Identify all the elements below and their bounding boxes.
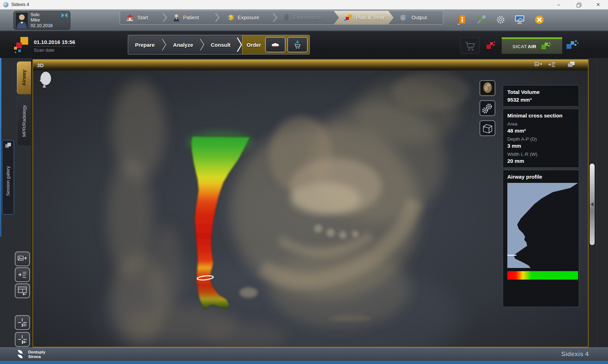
airway-color-scale: [507, 271, 578, 280]
viewport-3d[interactable]: Total Volume 9532 mm³ Minimal cross sect…: [33, 70, 588, 347]
order-cart-button[interactable]: [287, 37, 308, 52]
phase-navigation: Start Patient Exposure Examination: [120, 11, 443, 25]
export-view-button[interactable]: [534, 62, 542, 69]
footer-brand-line2: Sirona: [28, 355, 45, 359]
output-globe-icon: [399, 14, 408, 21]
workflow-step-consult[interactable]: Consult: [205, 35, 237, 54]
exit-icon: [534, 14, 545, 25]
view-preset-button[interactable]: [479, 80, 495, 96]
layout-grid-icon: [18, 287, 27, 295]
tab-mpr-radiology[interactable]: MPR/Radiology: [17, 96, 31, 146]
layout-reset-button[interactable]: [15, 283, 30, 298]
crosshair-toggle-button[interactable]: [15, 315, 30, 330]
airway-profile-chart[interactable]: [507, 183, 578, 268]
support-monitor-icon: [515, 15, 525, 25]
phase-label: Exposure: [238, 15, 259, 20]
exposure-sphere-icon: [225, 14, 234, 21]
phase-tab-exposure[interactable]: Exposure: [220, 11, 272, 24]
reset-view-button[interactable]: [15, 332, 30, 347]
sidexis-application-window: Sidexis 4 − × Solo Mike 02.10.2016 Start: [0, 0, 608, 364]
copy-to-report-button[interactable]: [15, 267, 30, 282]
top-navigation-bar: Solo Mike 02.10.2016 Start Patient Ex: [0, 9, 608, 31]
phase-tab-start[interactable]: Start: [120, 11, 162, 24]
airway-profile-card: Airway profile: [503, 170, 579, 307]
minimize-button[interactable]: −: [549, 0, 569, 9]
viewport-settings-button[interactable]: [479, 100, 495, 116]
sicat-air-app-button[interactable]: SICAT AIR: [502, 37, 562, 54]
footer-app-name: Sidexis 4: [561, 351, 589, 358]
metric-label-width: Width L-R (W): [507, 152, 575, 157]
plan-treat-squares-icon: [344, 14, 353, 22]
chevron-separator: [215, 11, 220, 24]
phase-label: Plan & Treat: [356, 15, 384, 20]
export-image-icon: [18, 255, 27, 263]
scan-date-label: Scan date: [34, 47, 75, 53]
chevron-separator: [162, 11, 167, 24]
tab-airway[interactable]: Airway: [17, 62, 31, 94]
phase-tab-examination[interactable]: Examination: [277, 11, 334, 24]
denture-icon: [270, 40, 281, 49]
tools-button[interactable]: [475, 14, 487, 26]
footer-brand-line1: Dentsply: [28, 350, 45, 355]
sicat-air-brand-prefix: SICAT: [513, 44, 527, 49]
footer-bar: Dentsply Sirona Sidexis 4: [0, 347, 608, 361]
session-gallery-label: Session gallery: [2, 151, 14, 211]
workflow-step-order[interactable]: Order: [242, 35, 309, 54]
help-book-icon: [457, 14, 466, 25]
workflow-step-analyze[interactable]: Analyze: [167, 35, 200, 54]
settings-button[interactable]: [495, 14, 507, 26]
help-button[interactable]: [456, 14, 468, 26]
restore-icon: [577, 3, 581, 7]
dentsply-sirona-logo: Dentsply Sirona: [17, 350, 45, 359]
total-volume-value: 9532 mm³: [507, 97, 575, 103]
user-card[interactable]: Solo Mike 02.10.2016: [13, 11, 70, 30]
close-button[interactable]: ×: [588, 0, 608, 9]
maximize-view-button[interactable]: [568, 62, 575, 69]
left-sidebar: Airway MPR/Radiology Session gallery: [0, 58, 32, 347]
cart-download-icon: [293, 40, 302, 49]
chevron-separator: [272, 11, 277, 24]
copy-view-button[interactable]: [548, 62, 556, 69]
exit-button[interactable]: [533, 14, 545, 26]
secondary-toolbar: 01.10.2016 15:56 Scan date Prepare Analy…: [0, 31, 608, 58]
sidexis-app-icon: [3, 2, 8, 7]
shopping-cart-button[interactable]: [460, 37, 479, 54]
session-gallery-tab[interactable]: Session gallery: [2, 140, 14, 215]
metric-value-width: 20 mm: [507, 158, 575, 164]
sicat-squares-blue-icon[interactable]: [565, 39, 580, 52]
gears-icon: [482, 103, 494, 114]
tab-mpr-label: MPR/Radiology: [17, 96, 31, 146]
sicat-squares-red-icon: [485, 40, 498, 51]
orientation-head-icon[interactable]: [37, 71, 53, 88]
phase-tab-plan-treat[interactable]: Plan & Treat: [334, 11, 394, 24]
gallery-icon: [5, 143, 11, 148]
tools-icon: [476, 15, 486, 25]
phase-tab-output[interactable]: Output: [394, 11, 443, 24]
sidebar-accent-bar: [0, 58, 1, 237]
user-date: 02.10.2016: [31, 23, 53, 28]
panel-collapse-handle[interactable]: [590, 164, 595, 245]
restore-button[interactable]: [569, 0, 588, 9]
dentsply-sirona-leaf-icon: [17, 350, 25, 359]
workflow-step-prepare[interactable]: Prepare: [128, 35, 162, 54]
order-therapeutic-appliance-button[interactable]: [265, 37, 286, 52]
title-bar: Sidexis 4 − ×: [0, 0, 608, 9]
export-image-button[interactable]: [15, 251, 30, 266]
cube-icon: [482, 122, 494, 134]
sicat-air-logo-icon: [539, 41, 551, 52]
order-step-label: Order: [244, 42, 263, 48]
workflow-steps: Prepare Analyze Consult Order: [128, 35, 310, 55]
sicat-logo-icon: [14, 36, 30, 55]
support-button[interactable]: [514, 14, 526, 26]
view-header-3d: 3D: [33, 60, 588, 70]
chevron-separator: [162, 35, 167, 54]
collapse-user-card-icon[interactable]: [61, 13, 68, 18]
metric-value-area: 48 mm²: [507, 128, 575, 134]
total-volume-card: Total Volume 9532 mm³: [503, 85, 579, 107]
clipping-cube-button[interactable]: [479, 120, 495, 136]
user-name-line1: Solo: [31, 12, 53, 18]
right-edge-strip: [589, 58, 608, 347]
chevron-separator: [200, 35, 205, 54]
airway-profile-title: Airway profile: [507, 174, 575, 180]
phase-tab-patient[interactable]: Patient: [167, 11, 215, 24]
